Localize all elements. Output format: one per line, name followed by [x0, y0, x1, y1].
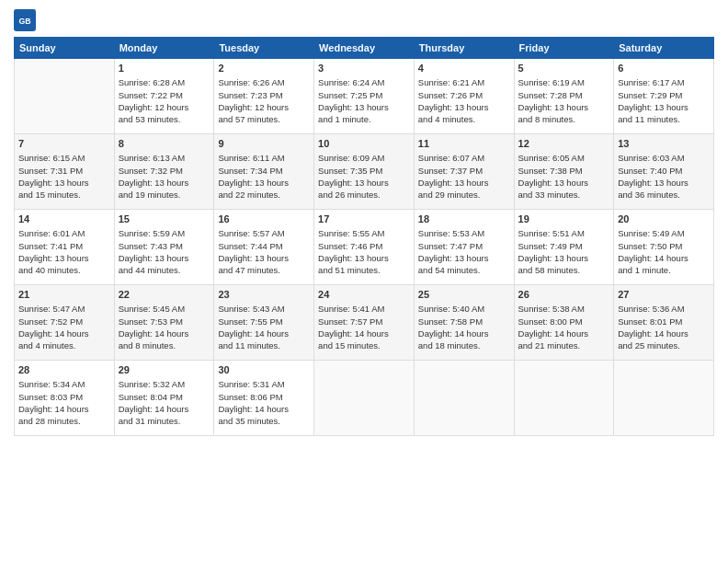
day-info-line: and 57 minutes.: [218, 113, 310, 125]
day-info-line: Sunrise: 5:57 AM: [218, 227, 310, 239]
day-info-line: Sunrise: 6:11 AM: [218, 152, 310, 164]
day-cell: 14Sunrise: 6:01 AMSunset: 7:41 PMDayligh…: [15, 210, 115, 285]
day-info-line: Daylight: 14 hours: [418, 327, 510, 339]
week-row-2: 7Sunrise: 6:15 AMSunset: 7:31 PMDaylight…: [15, 134, 714, 210]
day-info-line: Sunset: 8:06 PM: [218, 391, 310, 403]
day-info-line: and 18 minutes.: [418, 339, 510, 351]
day-cell: 2Sunrise: 6:26 AMSunset: 7:23 PMDaylight…: [214, 59, 314, 134]
day-cell: 23Sunrise: 5:43 AMSunset: 7:55 PMDayligh…: [214, 285, 314, 361]
day-cell: 22Sunrise: 5:45 AMSunset: 7:53 PMDayligh…: [114, 285, 214, 361]
day-cell: 17Sunrise: 5:55 AMSunset: 7:46 PMDayligh…: [314, 210, 415, 285]
day-info-line: Sunrise: 5:59 AM: [119, 227, 210, 239]
day-info-line: Sunset: 7:38 PM: [518, 165, 610, 177]
day-info-line: Daylight: 13 hours: [618, 177, 710, 189]
day-cell: 8Sunrise: 6:13 AMSunset: 7:32 PMDaylight…: [114, 134, 214, 210]
day-number: 14: [18, 213, 110, 226]
day-info-line: Sunrise: 5:55 AM: [318, 227, 410, 239]
day-info-line: Daylight: 13 hours: [518, 101, 610, 113]
day-info-line: Sunrise: 5:49 AM: [618, 227, 710, 239]
day-number: 27: [618, 288, 710, 302]
day-info-line: Sunset: 7:32 PM: [119, 165, 210, 177]
day-info-line: and 21 minutes.: [518, 339, 610, 351]
day-number: 21: [18, 288, 110, 302]
day-info-line: and 33 minutes.: [518, 189, 610, 201]
day-cell: 18Sunrise: 5:53 AMSunset: 7:47 PMDayligh…: [414, 210, 514, 285]
day-info-line: and 36 minutes.: [618, 189, 710, 201]
day-info-line: and 11 minutes.: [218, 339, 310, 351]
weekday-header-tuesday: Tuesday: [214, 38, 314, 59]
day-cell: 26Sunrise: 5:38 AMSunset: 8:00 PMDayligh…: [514, 285, 614, 361]
day-info-line: Sunrise: 5:32 AM: [119, 378, 210, 390]
day-info-line: Daylight: 13 hours: [318, 252, 410, 264]
day-info-line: Sunset: 7:23 PM: [218, 89, 310, 101]
day-cell: 9Sunrise: 6:11 AMSunset: 7:34 PMDaylight…: [214, 134, 314, 210]
day-info-line: Sunrise: 6:28 AM: [119, 76, 210, 88]
day-info-line: and 35 minutes.: [218, 415, 310, 427]
day-info-line: and 44 minutes.: [119, 264, 210, 276]
day-info-line: Daylight: 13 hours: [618, 101, 710, 113]
day-cell: 16Sunrise: 5:57 AMSunset: 7:44 PMDayligh…: [214, 210, 314, 285]
day-info-line: Sunrise: 5:31 AM: [218, 378, 310, 390]
day-number: 23: [218, 288, 310, 302]
day-info-line: Daylight: 14 hours: [518, 327, 610, 339]
day-number: 8: [119, 137, 210, 151]
day-info-line: Sunrise: 5:53 AM: [418, 227, 510, 239]
day-info-line: Daylight: 13 hours: [119, 177, 210, 189]
day-cell: 20Sunrise: 5:49 AMSunset: 7:50 PMDayligh…: [614, 210, 714, 285]
day-cell: 12Sunrise: 6:05 AMSunset: 7:38 PMDayligh…: [514, 134, 614, 210]
day-cell: 11Sunrise: 6:07 AMSunset: 7:37 PMDayligh…: [414, 134, 514, 210]
day-info-line: Sunrise: 5:40 AM: [418, 303, 510, 315]
day-cell: 1Sunrise: 6:28 AMSunset: 7:22 PMDaylight…: [114, 59, 214, 134]
day-cell: 21Sunrise: 5:47 AMSunset: 7:52 PMDayligh…: [15, 285, 115, 361]
day-info-line: Daylight: 13 hours: [318, 177, 410, 189]
day-cell: 29Sunrise: 5:32 AMSunset: 8:04 PMDayligh…: [114, 361, 214, 436]
day-info-line: Sunrise: 5:38 AM: [518, 303, 610, 315]
day-cell: [614, 361, 714, 436]
day-number: 9: [218, 137, 310, 151]
day-number: 12: [518, 137, 610, 151]
day-info-line: Sunrise: 5:45 AM: [119, 303, 210, 315]
day-info-line: Daylight: 13 hours: [119, 252, 210, 264]
day-info-line: Daylight: 14 hours: [218, 327, 310, 339]
day-info-line: Sunrise: 6:21 AM: [418, 76, 510, 88]
day-info-line: Sunrise: 5:43 AM: [218, 303, 310, 315]
day-info-line: and 4 minutes.: [418, 113, 510, 125]
day-cell: [314, 361, 415, 436]
day-cell: 25Sunrise: 5:40 AMSunset: 7:58 PMDayligh…: [414, 285, 514, 361]
day-info-line: and 1 minute.: [618, 264, 710, 276]
day-info-line: Sunrise: 5:36 AM: [618, 303, 710, 315]
day-info-line: Sunset: 7:52 PM: [18, 316, 110, 327]
day-info-line: Sunset: 7:34 PM: [218, 165, 310, 177]
day-info-line: and 4 minutes.: [18, 339, 110, 351]
day-info-line: and 15 minutes.: [18, 189, 110, 201]
day-info-line: and 25 minutes.: [618, 339, 710, 351]
day-info-line: Daylight: 13 hours: [318, 101, 410, 113]
day-info-line: Daylight: 13 hours: [218, 252, 310, 264]
day-info-line: Sunrise: 6:01 AM: [18, 227, 110, 239]
day-info-line: Sunset: 7:57 PM: [318, 316, 410, 327]
day-info-line: Sunset: 7:47 PM: [418, 240, 510, 252]
day-info-line: Sunset: 7:49 PM: [518, 240, 610, 252]
day-info-line: Sunrise: 6:03 AM: [618, 152, 710, 164]
day-cell: 13Sunrise: 6:03 AMSunset: 7:40 PMDayligh…: [614, 134, 714, 210]
day-info-line: Sunrise: 6:17 AM: [618, 76, 710, 88]
day-info-line: Daylight: 14 hours: [18, 403, 110, 415]
day-info-line: and 29 minutes.: [418, 189, 510, 201]
day-info-line: Sunset: 7:25 PM: [318, 89, 410, 101]
calendar-header: SundayMondayTuesdayWednesdayThursdayFrid…: [15, 38, 714, 59]
day-number: 22: [119, 288, 210, 302]
day-info-line: and 11 minutes.: [618, 113, 710, 125]
day-info-line: Sunset: 8:01 PM: [618, 316, 710, 327]
day-info-line: Sunrise: 6:19 AM: [518, 76, 610, 88]
day-info-line: Sunrise: 6:13 AM: [119, 152, 210, 164]
day-number: 2: [218, 62, 310, 75]
day-info-line: Sunset: 8:03 PM: [18, 391, 110, 403]
day-info-line: Sunset: 7:53 PM: [119, 316, 210, 327]
day-info-line: and 51 minutes.: [318, 264, 410, 276]
day-info-line: Sunrise: 5:47 AM: [18, 303, 110, 315]
day-number: 5: [518, 62, 610, 75]
day-number: 15: [119, 213, 210, 226]
calendar-table: SundayMondayTuesdayWednesdayThursdayFrid…: [14, 37, 714, 436]
logo-icon: GB: [14, 9, 36, 31]
day-number: 17: [318, 213, 410, 226]
